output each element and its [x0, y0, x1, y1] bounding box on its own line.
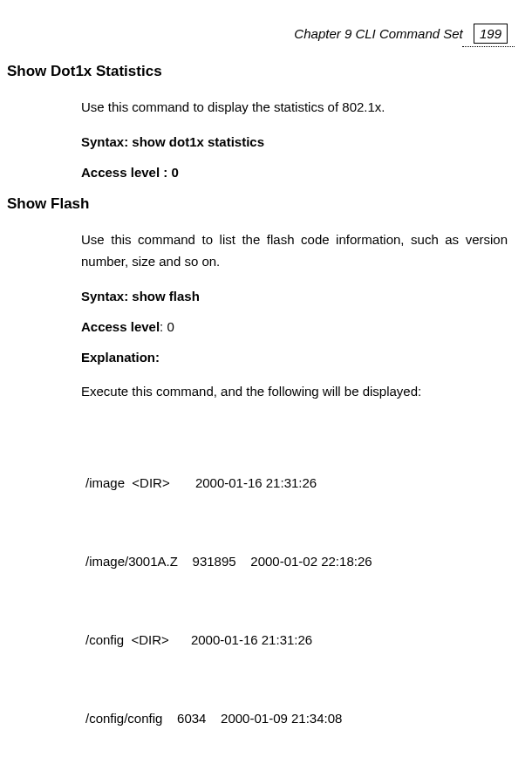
access-label: Access level: [81, 319, 160, 334]
header-dotted-line: [462, 46, 515, 47]
section-title-show-flash: Show Flash: [7, 195, 515, 213]
syntax-text: Syntax: show dot1x statistics: [81, 134, 264, 149]
access-level-line: Access level: 0: [81, 319, 515, 334]
section-desc: Use this command to display the statisti…: [81, 96, 508, 119]
output-line: /image <DIR> 2000-01-16 21:31:26: [85, 470, 515, 496]
output-line: /image/3001A.Z 931895 2000-01-02 22:18:2…: [85, 549, 515, 575]
section-desc: Use this command to list the flash code …: [81, 228, 508, 273]
access-text: Access level : 0: [81, 165, 179, 180]
syntax-line: Syntax: show flash: [81, 289, 515, 303]
output-line: /config/config 6034 2000-01-09 21:34:08: [85, 706, 515, 732]
execute-desc: Execute this command, and the following …: [81, 380, 508, 403]
chapter-label: Chapter 9 CLI Command Set: [294, 26, 462, 41]
output-line: /config <DIR> 2000-01-16 21:31:26: [85, 627, 515, 653]
explanation-text: Explanation:: [81, 350, 160, 365]
explanation-label: Explanation:: [81, 350, 515, 365]
page: Chapter 9 CLI Command Set 199 Show Dot1x…: [0, 0, 532, 757]
page-number: 199: [474, 24, 508, 44]
syntax-line: Syntax: show dot1x statistics: [81, 134, 515, 149]
access-level-line: Access level : 0: [81, 165, 515, 180]
output-listing: /image <DIR> 2000-01-16 21:31:26 /image/…: [85, 418, 515, 757]
access-value: : 0: [160, 319, 174, 334]
syntax-text: Syntax: show flash: [81, 289, 200, 303]
section-title-show-dot1x-statistics: Show Dot1x Statistics: [7, 63, 515, 80]
page-header: Chapter 9 CLI Command Set 199: [7, 26, 515, 41]
